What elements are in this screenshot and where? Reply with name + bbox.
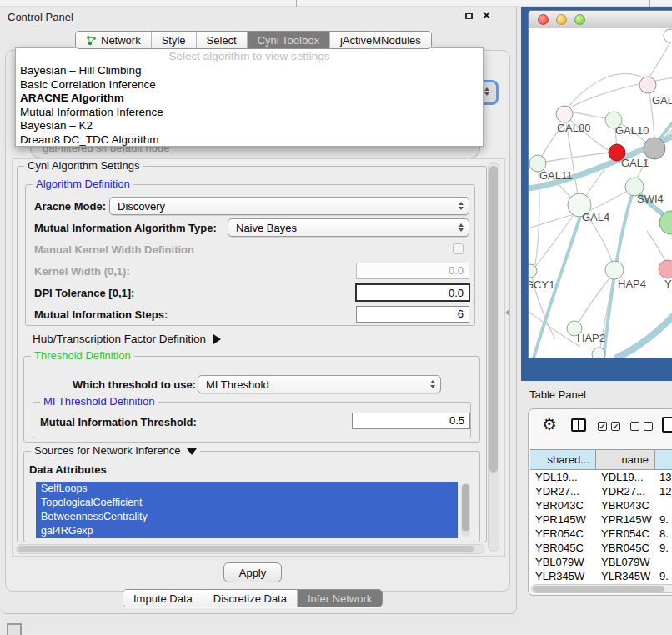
gear-icon[interactable]: ⚙ (542, 414, 557, 434)
table-row[interactable]: YPR145WYPR145W9. (530, 512, 672, 527)
algorithm-option[interactable]: Dream8 DC_TDC Algorithm (16, 133, 483, 148)
document-icon[interactable] (662, 417, 672, 432)
bottom-tab-discretize-data[interactable]: Discretize Data (203, 590, 298, 607)
tab-style[interactable]: Style (152, 32, 197, 48)
top-strip (0, 0, 672, 7)
minimized-panel-icon[interactable] (7, 623, 22, 635)
screen: Control Panel ✕ gal-filtered sif default… (0, 0, 672, 635)
hub-definition-section[interactable]: Hub/Transcription Factor Definition (33, 332, 221, 345)
kernel-width-field[interactable]: 0.0 (356, 262, 469, 279)
table-row[interactable]: YBR043CYBR043C (530, 498, 672, 512)
stepper-icon (484, 88, 494, 96)
sources-group: Sources for Network Inference Data Attri… (23, 451, 480, 542)
algorithm-option[interactable]: Bayesian – K2 (16, 119, 483, 133)
network-node-gal80[interactable] (556, 106, 573, 122)
algorithm-option[interactable]: Bayesian – Hill Climbing (16, 64, 483, 78)
scrollbar-thumb[interactable] (18, 546, 474, 552)
node-label: GAL10 (615, 124, 649, 137)
table-row[interactable]: YER054CYER054C8. (530, 527, 672, 541)
node-label: Y (664, 278, 672, 290)
unchecked-checkbox-icon[interactable] (644, 422, 653, 431)
float-window-icon[interactable] (465, 12, 473, 19)
node-label: GAL (652, 94, 672, 107)
algorithm-definition-group: Algorithm Definition Aracne Mode: Discov… (25, 184, 475, 326)
minimize-traffic-light-icon[interactable] (556, 14, 567, 25)
network-view-window[interactable]: GALGAL80GAL10GAL1GAL11SWI4GAL4GCY1HAP4YH… (528, 10, 672, 358)
tab-network[interactable]: Network (76, 32, 152, 48)
unchecked-checkbox-icon[interactable] (630, 422, 639, 431)
algorithm-option[interactable]: ARACNE Algorithm (16, 92, 483, 106)
network-canvas[interactable]: GALGAL80GAL10GAL1GAL11SWI4GAL4GCY1HAP4YH… (529, 28, 672, 358)
kernel-width-label: Kernel Width (0,1): (34, 265, 130, 278)
split-columns-icon[interactable] (571, 418, 586, 432)
zoom-traffic-light-icon[interactable] (574, 14, 585, 25)
panel-splitter-handle[interactable] (505, 309, 509, 316)
aracne-mode-combo[interactable]: Discovery (109, 197, 469, 215)
network-node-gal[interactable] (639, 77, 656, 93)
close-traffic-light-icon[interactable] (538, 14, 549, 25)
network-node-hap4[interactable] (605, 261, 624, 279)
control-panel-tabs: NetworkStyleSelectCyni ToolboxjActiveMNo… (75, 31, 432, 49)
apply-button[interactable]: Apply (223, 562, 282, 582)
expanded-arrow-icon[interactable] (187, 448, 197, 455)
scrollbar-thumb[interactable] (489, 166, 498, 472)
attribute-item[interactable]: SelfLoops (36, 482, 458, 496)
column-header[interactable]: name (596, 450, 655, 469)
sources-title[interactable]: Sources for Network Inference (31, 444, 200, 457)
network-graph-icon (86, 35, 97, 46)
attribute-item[interactable]: BetweennessCentrality (36, 510, 458, 524)
column-header[interactable]: shared... (530, 450, 596, 469)
data-attributes-list: SelfLoopsTopologicalCoefficientBetweenne… (36, 482, 458, 538)
tab-cyni-toolbox[interactable]: Cyni Toolbox (248, 32, 330, 48)
settings-vertical-scrollbar[interactable] (488, 162, 499, 552)
group-title: Cyni Algorithm Settings (24, 159, 143, 172)
mi-steps-field[interactable]: 6 (356, 306, 469, 322)
mi-steps-label: Mutual Information Steps: (34, 308, 168, 321)
checked-checkbox-icon[interactable]: ✓ (611, 422, 620, 431)
table-row[interactable]: YBR045CYBR045C9. (530, 541, 672, 555)
checked-checkbox-icon[interactable]: ✓ (598, 422, 607, 431)
network-node[interactable] (664, 29, 672, 42)
which-threshold-combo[interactable]: MI Threshold (198, 375, 441, 393)
settings-scroll-area: Cyni Algorithm Settings Algorithm Defini… (12, 158, 505, 557)
mi-algorithm-type-combo[interactable]: Naive Bayes (228, 218, 469, 237)
column-header[interactable] (655, 450, 672, 469)
algorithm-option[interactable]: Mutual Information Inference (16, 106, 483, 120)
table-row[interactable]: YDL19...YDL19...13 (530, 470, 672, 484)
mi-type-label: Mutual Information Algorithm Type: (34, 222, 217, 234)
bottom-tab-impute-data[interactable]: Impute Data (123, 590, 203, 607)
network-node[interactable] (592, 348, 605, 358)
collapsed-arrow-icon[interactable] (213, 334, 221, 344)
node-label: HAP4 (618, 278, 646, 290)
attribute-item[interactable]: gal4RGexp (36, 524, 458, 538)
table-row[interactable]: YBL079WYBL079W (530, 555, 672, 569)
bottom-tab-infer-network[interactable]: Infer Network (298, 590, 382, 607)
table-row[interactable]: YDR27...YDR27...12 (530, 484, 672, 498)
dropdown-placeholder: Select algorithm to view settings (16, 48, 483, 64)
settings-horizontal-scrollbar[interactable] (16, 544, 484, 554)
mi-threshold-field[interactable]: 0.5 (352, 412, 470, 429)
data-attributes-label: Data Attributes (29, 463, 107, 476)
table-panel-card: ⚙ ✓ ✓ shared...name YDL19...YDL19...13YD… (528, 408, 672, 596)
close-icon[interactable]: ✕ (482, 9, 491, 22)
manual-kernel-checkbox[interactable] (453, 243, 464, 254)
tab-jactivemnodules[interactable]: jActiveMNodules (330, 32, 431, 48)
dpi-tolerance-field[interactable]: 0.0 (355, 283, 470, 302)
window-titlebar[interactable] (529, 11, 672, 28)
algorithm-option[interactable]: Basic Correlation Inference (16, 78, 483, 92)
attribute-item[interactable]: TopologicalCoefficient (36, 496, 458, 510)
table-horizontal-scrollbar[interactable] (531, 584, 672, 593)
node-label: GAL11 (539, 169, 573, 182)
control-panel-title: Control Panel (8, 11, 73, 23)
attributes-scrollbar[interactable] (461, 483, 470, 537)
aracne-mode-value: Discovery (118, 200, 165, 212)
tab-select[interactable]: Select (197, 32, 248, 48)
table-row[interactable]: YLR345WYLR345W9. (530, 569, 672, 583)
network-node-y[interactable] (659, 260, 672, 278)
algorithm-dropdown-popup: Select algorithm to view settings Bayesi… (15, 48, 484, 147)
scrollbar-thumb[interactable] (533, 586, 664, 592)
threshold-definition-title: Threshold Definition (31, 349, 134, 362)
node-label: SWI4 (637, 192, 664, 205)
mi-threshold-label: Mutual Information Threshold: (40, 416, 197, 428)
manual-kernel-label: Manual Kernel Width Definition (34, 243, 194, 256)
